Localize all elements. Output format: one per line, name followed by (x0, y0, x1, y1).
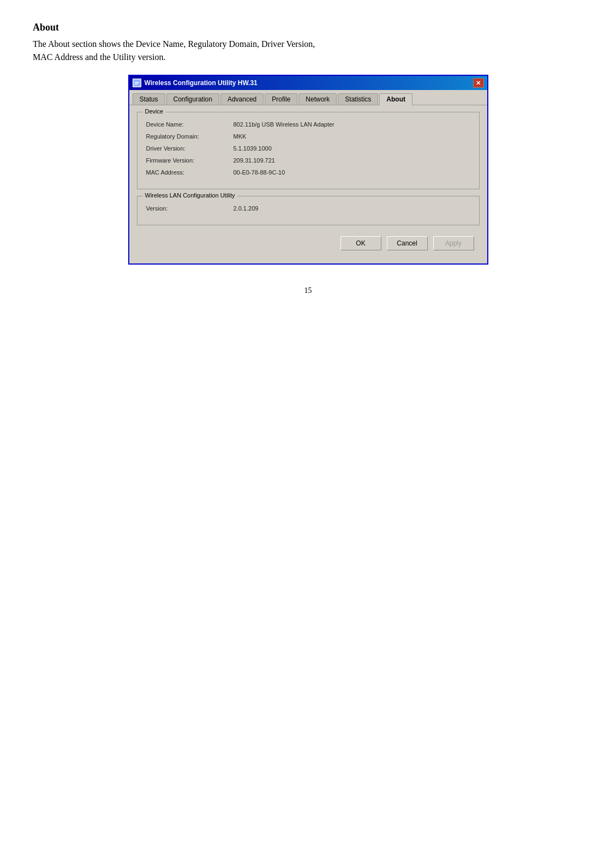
title-bar: Wireless Configuration Utility HW.31 ✕ (129, 76, 487, 90)
svg-rect-2 (135, 83, 138, 85)
device-field-row-0: Device Name:802.11b/g USB Wireless LAN A… (146, 121, 470, 128)
utility-group-legend: Wireless LAN Configuration Utility (143, 192, 237, 199)
application-window: Wireless Configuration Utility HW.31 ✕ S… (128, 75, 488, 265)
tab-network[interactable]: Network (298, 93, 337, 105)
tab-statistics[interactable]: Statistics (338, 93, 378, 105)
utility-field-label-0: Version: (146, 205, 234, 212)
device-field-value-3: 209.31.109.721 (234, 157, 275, 164)
device-field-row-3: Firmware Version:209.31.109.721 (146, 157, 470, 164)
device-field-label-4: MAC Address: (146, 169, 234, 176)
utility-group: Wireless LAN Configuration Utility Versi… (137, 196, 480, 225)
svg-rect-1 (135, 82, 139, 83)
device-field-row-2: Driver Version:5.1.1039.1000 (146, 145, 470, 152)
ok-button[interactable]: OK (340, 236, 381, 250)
page-description: The About section shows the Device Name,… (33, 38, 583, 64)
utility-field-value-0: 2.0.1.209 (234, 205, 259, 212)
device-group-legend: Device (143, 108, 166, 115)
device-field-value-2: 5.1.1039.1000 (234, 145, 272, 152)
window-body: Device Device Name:802.11b/g USB Wireles… (129, 105, 487, 263)
device-field-value-1: MKK (234, 133, 247, 140)
device-group: Device Device Name:802.11b/g USB Wireles… (137, 112, 480, 189)
device-field-value-4: 00-E0-78-88-9C-10 (234, 169, 285, 176)
tab-configuration[interactable]: Configuration (166, 93, 219, 105)
description-line1: The About section shows the Device Name,… (33, 39, 315, 49)
button-bar: OK Cancel Apply (137, 232, 480, 257)
tab-status[interactable]: Status (133, 93, 165, 105)
page-heading: About (33, 22, 583, 33)
device-field-value-0: 802.11b/g USB Wireless LAN Adapter (234, 121, 334, 128)
device-field-label-0: Device Name: (146, 121, 234, 128)
title-bar-text: Wireless Configuration Utility HW.31 (145, 79, 258, 87)
device-field-row-4: MAC Address:00-E0-78-88-9C-10 (146, 169, 470, 176)
description-line2: MAC Address and the Utility version. (33, 52, 166, 62)
title-bar-icon (133, 79, 141, 87)
cancel-button[interactable]: Cancel (387, 236, 428, 250)
device-field-label-3: Firmware Version: (146, 157, 234, 164)
page-number: 15 (33, 286, 583, 295)
svg-rect-0 (134, 80, 140, 86)
tab-about[interactable]: About (379, 93, 412, 105)
tab-profile[interactable]: Profile (265, 93, 297, 105)
close-button[interactable]: ✕ (473, 78, 484, 88)
tab-advanced[interactable]: Advanced (220, 93, 264, 105)
device-field-row-1: Regulatory Domain:MKK (146, 133, 470, 140)
device-field-label-2: Driver Version: (146, 145, 234, 152)
device-field-label-1: Regulatory Domain: (146, 133, 234, 140)
apply-button[interactable]: Apply (433, 236, 474, 250)
utility-field-row-0: Version:2.0.1.209 (146, 205, 470, 212)
tab-bar: StatusConfigurationAdvancedProfileNetwor… (129, 90, 487, 105)
